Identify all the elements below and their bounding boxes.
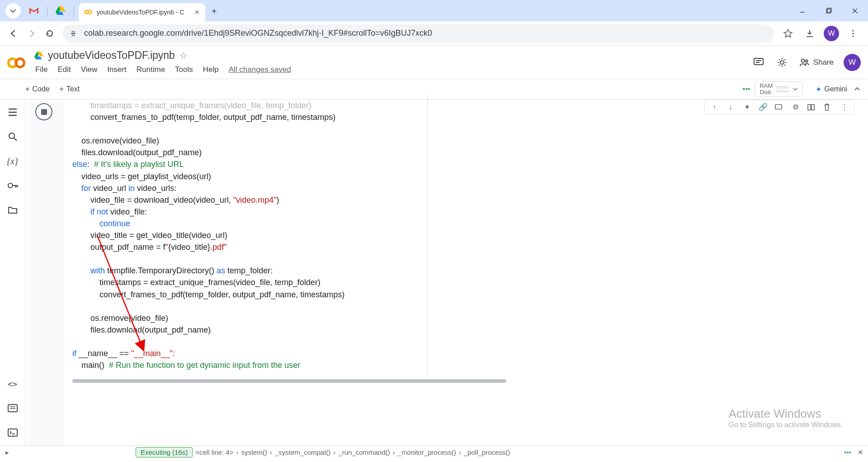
search-icon[interactable]: [6, 130, 19, 143]
mirror-cell-icon[interactable]: [807, 103, 817, 111]
stack-crumb[interactable]: _system_compat(): [275, 448, 330, 456]
executing-badge[interactable]: Executing (16s): [136, 447, 193, 457]
code-line: if __name__ == "__main__":: [72, 348, 868, 359]
move-down-icon[interactable]: ↓: [726, 103, 736, 111]
svg-rect-17: [754, 58, 763, 65]
tab-title: youtubeVideosToPDF.ipynb - C: [97, 9, 191, 16]
tab-search-button[interactable]: [5, 3, 21, 19]
terminal-icon[interactable]: [6, 426, 19, 439]
menu-runtime[interactable]: Runtime: [137, 65, 165, 74]
gmail-tab-icon[interactable]: [26, 3, 42, 19]
downloads-icon[interactable]: [802, 26, 817, 41]
svg-rect-37: [808, 105, 811, 110]
chrome-menu-icon[interactable]: [845, 26, 861, 41]
stack-crumb[interactable]: _monitor_process(): [398, 448, 456, 456]
svg-rect-11: [71, 33, 75, 34]
active-tab[interactable]: youtubeVideosToPDF.ipynb - C ✕: [79, 3, 205, 21]
delete-cell-icon[interactable]: [823, 103, 833, 111]
svg-rect-10: [74, 34, 75, 36]
code-snippets-icon[interactable]: <>: [6, 377, 19, 390]
drive-tab-icon[interactable]: [53, 3, 68, 19]
menu-file[interactable]: File: [35, 65, 47, 74]
collapse-header-icon[interactable]: [854, 86, 861, 93]
link-cell-icon[interactable]: 🔗: [758, 103, 768, 111]
address-bar-row: colab.research.google.com/drive/1Ehdj9SR…: [0, 21, 868, 46]
code-line: [72, 300, 868, 312]
cell-settings-icon[interactable]: ⚙: [791, 103, 801, 111]
table-of-contents-icon[interactable]: [6, 106, 19, 119]
code-editor[interactable]: timestamps = extract_unique_frames(video…: [67, 100, 868, 383]
svg-point-1: [88, 10, 92, 14]
watermark-title: Activate Windows: [728, 407, 843, 421]
command-palette-icon[interactable]: [6, 402, 19, 414]
menu-edit[interactable]: Edit: [57, 65, 71, 74]
comment-cell-icon[interactable]: [774, 103, 784, 111]
settings-gear-icon[interactable]: [775, 56, 789, 69]
notebook-body: {x} <> ↑ ↓ ✦ 🔗 ⚙ ⋮ timestamps = extract_…: [0, 100, 868, 445]
maximize-button[interactable]: [816, 0, 842, 21]
svg-rect-7: [72, 31, 73, 33]
stop-execution-button[interactable]: [35, 103, 52, 120]
horizontal-scrollbar[interactable]: [72, 379, 506, 383]
drive-icon: [34, 51, 43, 60]
files-folder-icon[interactable]: [6, 204, 19, 216]
column-ruler: [427, 95, 428, 378]
colab-favicon-icon: [84, 8, 92, 16]
code-line: timestamps = extract_unique_frames(video…: [72, 276, 868, 288]
status-more-icon[interactable]: •••: [844, 448, 851, 456]
minimize-button[interactable]: [789, 0, 816, 21]
watermark-sub: Go to Settings to activate Windows.: [728, 421, 843, 429]
generate-sparkle-icon[interactable]: ✦: [742, 103, 752, 111]
stack-crumb[interactable]: _run_command(): [338, 448, 390, 456]
omnibox[interactable]: colab.research.google.com/drive/1Ehdj9SR…: [62, 24, 774, 43]
runtime-more-icon[interactable]: •••: [743, 85, 750, 93]
gemini-button[interactable]: ✦Gemini: [816, 85, 847, 94]
svg-point-12: [852, 30, 854, 32]
svg-point-21: [801, 59, 804, 62]
code-line: for video_url in video_urls:: [72, 182, 868, 194]
site-info-icon[interactable]: [69, 29, 79, 38]
windows-activation-watermark: Activate Windows Go to Settings to activ…: [728, 407, 843, 429]
save-status[interactable]: All changes saved: [229, 65, 291, 74]
cell-more-icon[interactable]: ⋮: [840, 103, 849, 111]
new-tab-button[interactable]: +: [212, 6, 217, 17]
disk-label: Disk: [760, 89, 773, 95]
svg-point-20: [780, 61, 784, 64]
resource-indicator[interactable]: RAMDisk: [755, 81, 803, 97]
code-line: files.download(output_pdf_name): [72, 147, 868, 158]
back-button[interactable]: [5, 24, 23, 43]
code-line: continue: [72, 218, 868, 229]
document-title[interactable]: youtubeVideosToPDF.ipynb: [48, 49, 175, 62]
svg-point-22: [805, 60, 807, 62]
add-text-button[interactable]: +Text: [60, 85, 80, 93]
add-code-button[interactable]: +Code: [25, 85, 50, 93]
tab-close-icon[interactable]: ✕: [194, 9, 200, 16]
expand-status-icon[interactable]: ▸: [5, 448, 9, 457]
svg-point-14: [852, 35, 854, 37]
share-button[interactable]: Share: [799, 57, 834, 68]
secrets-key-icon[interactable]: [6, 179, 19, 192]
comments-icon[interactable]: [752, 56, 765, 69]
colab-logo-icon[interactable]: [6, 53, 26, 73]
svg-rect-36: [775, 105, 782, 109]
forward-button[interactable]: [23, 24, 41, 43]
share-people-icon: [799, 57, 810, 68]
reload-button[interactable]: [41, 24, 59, 43]
profile-avatar[interactable]: W: [824, 26, 839, 41]
menu-view[interactable]: View: [81, 65, 98, 74]
bookmark-star-icon[interactable]: [780, 26, 796, 41]
star-document-icon[interactable]: ☆: [179, 50, 188, 61]
menu-tools[interactable]: Tools: [175, 65, 193, 74]
code-line: os.remove(video_file): [72, 312, 868, 324]
ram-bar: [776, 86, 789, 89]
colab-avatar[interactable]: W: [844, 54, 861, 71]
variables-icon[interactable]: {x}: [6, 155, 19, 167]
menu-insert[interactable]: Insert: [107, 65, 127, 74]
move-up-icon[interactable]: ↑: [709, 103, 719, 111]
close-window-button[interactable]: [842, 0, 868, 21]
stack-crumb[interactable]: _poll_process(): [464, 448, 510, 456]
stack-crumb[interactable]: system(): [241, 448, 267, 456]
menu-help[interactable]: Help: [203, 65, 219, 74]
status-close-icon[interactable]: ✕: [858, 448, 863, 457]
stack-crumb[interactable]: <cell line: 4>: [195, 448, 233, 456]
